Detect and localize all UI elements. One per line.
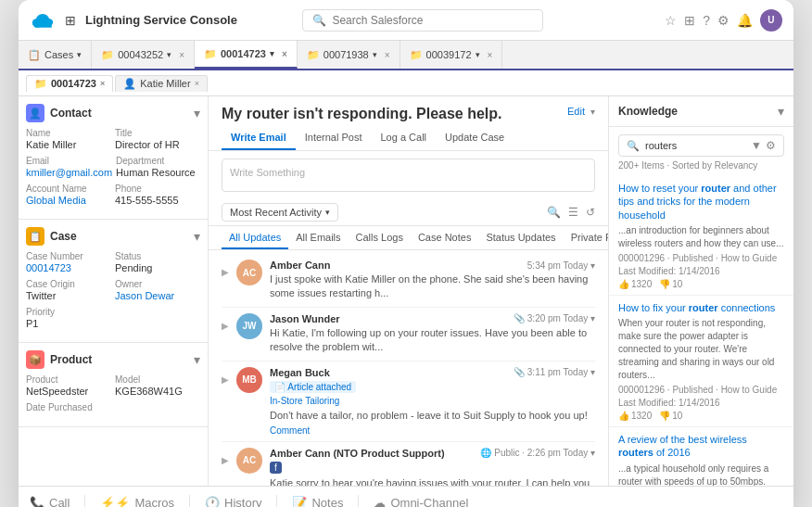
- activity-filter[interactable]: Most Recent Activity ▾: [222, 203, 338, 222]
- edit-button[interactable]: Edit: [567, 106, 585, 117]
- search-icon[interactable]: 🔍: [547, 206, 561, 219]
- expand-icon[interactable]: ▶: [222, 313, 229, 331]
- case-number-col: Case Number 00014723: [26, 251, 111, 273]
- setup-icon[interactable]: ⚙: [717, 13, 730, 28]
- comment-button[interactable]: Comment: [270, 425, 595, 436]
- action-tab-log-call[interactable]: Log a Call: [371, 126, 436, 150]
- article-link[interactable]: In-Store Tailoring: [270, 396, 595, 406]
- feed-tab-private-posts[interactable]: Private Posts: [564, 227, 608, 249]
- model-value: KGE368W41G: [115, 386, 200, 397]
- tab-close-icon[interactable]: ×: [179, 50, 184, 60]
- search-input[interactable]: [332, 14, 533, 27]
- thumbs-up-stat: 👍 1320: [618, 279, 652, 289]
- star-icon[interactable]: ☆: [665, 13, 677, 28]
- article-title[interactable]: How to reset your router and other tips …: [618, 182, 784, 222]
- account-value[interactable]: Global Media: [26, 195, 111, 206]
- action-tab-internal-post[interactable]: Internal Post: [296, 126, 372, 150]
- history-action[interactable]: 🕐 History: [205, 496, 261, 507]
- case-status-col: Status Pending: [115, 251, 200, 273]
- subtab-close-icon[interactable]: ×: [195, 79, 199, 88]
- knowledge-more-icon[interactable]: ▾: [778, 104, 784, 119]
- contact-title-col: Title Director of HR: [115, 128, 200, 150]
- action-tab-update-case[interactable]: Update Case: [436, 126, 514, 150]
- avatar[interactable]: U: [760, 9, 782, 32]
- top-nav-icons: ☆ ⊞ ? ⚙ 🔔 U: [665, 9, 782, 32]
- case-owner-label: Owner: [115, 279, 200, 289]
- help-icon[interactable]: ?: [703, 13, 710, 28]
- expand-icon[interactable]: ▶: [222, 260, 229, 277]
- feed-tab-calls-logs[interactable]: Calls Logs: [349, 227, 411, 249]
- tab-dropdown-icon: ▾: [476, 50, 480, 59]
- tab-00071938[interactable]: 📁 00071938 ▾ ×: [298, 41, 400, 69]
- feed-tab-all-updates[interactable]: All Updates: [222, 227, 288, 249]
- date-label: Date Purchased: [26, 402, 200, 412]
- expand-icon[interactable]: ▶: [222, 367, 229, 385]
- subtab-katie-miller[interactable]: 👤 Katie Miller ×: [115, 75, 208, 92]
- tab-00039172[interactable]: 📁 00039172 ▾ ×: [400, 41, 503, 69]
- avatar: JW: [236, 313, 262, 339]
- feed-text: Don't have a tailor, no problem - leave …: [270, 409, 595, 423]
- product-section: 📦 Product ▾ Product NetSpeedster Model K…: [19, 343, 208, 427]
- feed-text: Katie sorry to hear you're having issues…: [270, 476, 595, 486]
- case-icon: 📋: [26, 227, 44, 246]
- case-owner-col: Owner Jason Dewar: [115, 279, 200, 301]
- tab-close-icon[interactable]: ×: [282, 49, 287, 59]
- feed-tab-status-updates[interactable]: Status Updates: [478, 227, 563, 249]
- article-title[interactable]: A review of the best wireless routers of…: [618, 433, 784, 460]
- contact-more-icon[interactable]: ▾: [194, 106, 200, 120]
- email-value[interactable]: kmiller@gmail.com: [26, 167, 112, 178]
- notification-icon[interactable]: 🔔: [737, 13, 753, 28]
- subtab-00014723[interactable]: 📁 00014723 ×: [26, 75, 113, 92]
- tab-label: 00039172: [426, 49, 472, 60]
- settings-icon[interactable]: ⚙: [766, 139, 776, 152]
- article-desc: ...an introduction for beginners about w…: [618, 224, 784, 250]
- case-origin-value: Twitter: [26, 290, 111, 301]
- subtab-label: Katie Miller: [140, 78, 190, 89]
- call-icon: 📞: [30, 496, 44, 507]
- knowledge-search-input[interactable]: [645, 140, 745, 151]
- tab-close-icon[interactable]: ×: [488, 50, 493, 60]
- omni-channel-action[interactable]: ☁ Omni-Channel: [374, 496, 468, 507]
- subtab-close-icon[interactable]: ×: [100, 79, 105, 88]
- feed-tab-case-notes[interactable]: Case Notes: [411, 227, 478, 249]
- grid-icon-nav[interactable]: ⊞: [684, 13, 695, 28]
- knowledge-search[interactable]: 🔍 ▼ ⚙: [618, 134, 784, 157]
- call-action[interactable]: 📞 Call: [30, 496, 70, 507]
- contact-name-col: Name Katie Miller: [26, 128, 111, 150]
- app-switcher[interactable]: ⊞: [65, 13, 76, 28]
- article-last-modified: Last Modified: 1/14/2016: [618, 266, 784, 276]
- knowledge-article: How to reset your router and other tips …: [609, 176, 793, 296]
- case-owner-value[interactable]: Jason Dewar: [115, 290, 200, 301]
- case-number-label: Case Number: [26, 251, 111, 261]
- case-number-value[interactable]: 00014723: [26, 262, 111, 273]
- grid-icon: ⊞: [65, 13, 76, 28]
- tab-close-icon[interactable]: ×: [385, 50, 390, 60]
- product-value: NetSpeedster: [26, 386, 111, 397]
- product-header: 📦 Product ▾: [26, 350, 200, 369]
- notes-action[interactable]: 📝 Notes: [292, 496, 343, 507]
- article-title[interactable]: How to fix your router connections: [618, 301, 784, 314]
- filter-icon[interactable]: ▼: [751, 139, 762, 152]
- search-bar[interactable]: 🔍: [302, 9, 543, 32]
- case-more-icon[interactable]: ▾: [194, 229, 200, 244]
- tab-00043252[interactable]: 📁 00043252 ▾ ×: [92, 41, 195, 69]
- expand-icon[interactable]: ▶: [222, 448, 229, 465]
- case-priority-value: P1: [26, 318, 200, 329]
- history-icon: 🕐: [205, 496, 220, 507]
- compose-area[interactable]: Write Something: [222, 158, 595, 192]
- columns-icon[interactable]: ☰: [568, 206, 578, 219]
- case-number-row: Case Number 00014723 Status Pending: [26, 251, 200, 273]
- tab-00014723[interactable]: 📁 00014723 ▾ ×: [195, 41, 298, 69]
- thumbs-down-stat: 👎 10: [659, 411, 682, 421]
- feed-tab-all-emails[interactable]: All Emails: [288, 227, 348, 249]
- tab-cases[interactable]: 📋 Cases ▾: [19, 41, 92, 69]
- action-tab-write-email[interactable]: Write Email: [222, 126, 296, 150]
- subtab-label: 00014723: [51, 78, 96, 89]
- activity-bar: Most Recent Activity ▾ 🔍 ☰ ↺: [209, 199, 608, 226]
- chevron-down-icon[interactable]: ▾: [590, 107, 595, 117]
- history-label: History: [224, 496, 261, 507]
- product-more-icon[interactable]: ▾: [194, 352, 200, 367]
- macros-action[interactable]: ⚡⚡ Macros: [100, 496, 174, 507]
- macros-icon: ⚡⚡: [100, 496, 130, 507]
- refresh-icon[interactable]: ↺: [586, 206, 595, 219]
